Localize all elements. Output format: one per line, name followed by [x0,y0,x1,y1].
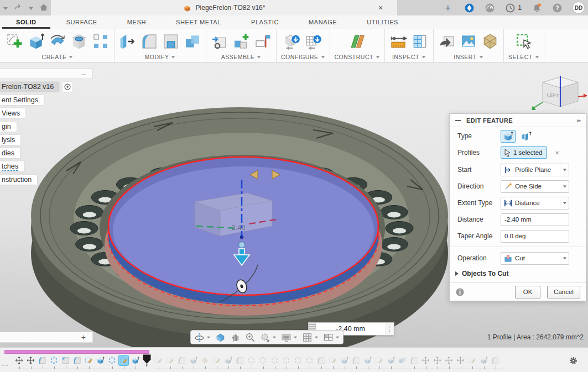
operation-dropdown[interactable]: Cut [501,252,569,265]
direction-dropdown[interactable]: One Side [501,180,569,193]
pattern[interactable] [49,355,59,365]
objects-to-cut-expander[interactable]: Objects To Cut [455,270,508,277]
start-dropdown[interactable]: Profile Plane [501,164,569,176]
extrude-one-side-button[interactable] [501,130,516,143]
toolbar-group-dropdown[interactable]: ASSEMBLE [221,54,262,60]
browser-item-label[interactable]: lysis [0,135,20,145]
browser-item[interactable]: ent Settings [0,95,72,106]
pan[interactable] [230,332,241,343]
history-clock-icon[interactable] [505,3,516,13]
redo-menu-caret-icon[interactable] [29,7,33,10]
toolbar-group-dropdown[interactable]: SELECT [508,54,539,60]
configuration-icon[interactable] [283,33,301,50]
move[interactable] [433,355,442,365]
visibility-radio-icon[interactable] [63,82,72,92]
measure-icon[interactable] [389,33,407,50]
display-settings[interactable] [281,332,298,343]
extrude[interactable] [386,355,396,365]
chamfer[interactable] [61,355,70,365]
ribbon-tab[interactable]: SURFACE [51,15,112,29]
browser-item-label[interactable]: ent Settings [0,95,44,105]
extrude-thin-button[interactable] [519,130,534,143]
shell-icon[interactable] [162,33,180,50]
sketch[interactable] [119,355,128,365]
dialog-expand-icon[interactable]: ▸▸ [577,117,580,123]
fillet[interactable] [235,355,244,365]
close-document-icon[interactable]: × [376,3,385,12]
fillet[interactable] [38,355,47,365]
browser-item[interactable]: gin [0,121,72,132]
browser-item[interactable]: lysis [0,134,72,145]
chevron-down-icon[interactable] [273,336,276,338]
pattern[interactable] [107,355,117,365]
toolbar-group-dropdown[interactable]: CONFIGURE [281,54,325,60]
sketch[interactable] [84,355,93,365]
new-document-tab-icon[interactable]: + [445,3,451,13]
pattern[interactable] [270,355,279,365]
sketch[interactable] [328,355,337,365]
fillet[interactable] [316,355,326,365]
window-zoom[interactable] [260,332,277,343]
extrude[interactable] [96,355,105,365]
chevron-down-icon[interactable] [336,336,339,338]
rectangular-pattern-icon[interactable] [92,33,110,50]
dimension-menu-icon[interactable]: ⋮ [385,323,394,335]
extrude[interactable] [340,355,349,365]
ok-button[interactable]: OK [515,286,540,298]
sketch[interactable] [467,355,477,365]
cancel-button[interactable]: Cancel [547,286,580,298]
toolbar-group-dropdown[interactable]: CONSTRUCT [335,54,380,60]
browser-item-label[interactable]: nstruction [0,175,37,185]
move[interactable] [26,355,35,365]
sketch[interactable] [165,355,175,365]
sketch[interactable] [374,355,384,365]
notifications-bell-icon[interactable] [532,3,542,13]
viewports[interactable] [323,332,340,343]
timeline-settings-gear-icon[interactable] [569,356,578,365]
pattern[interactable] [258,355,268,365]
extrude[interactable] [363,355,372,365]
hole-icon[interactable] [70,33,88,50]
ribbon-tab[interactable]: PLASTIC [236,15,294,29]
extrude-icon[interactable] [27,33,45,50]
insert-mesh-icon[interactable] [481,33,499,50]
pattern[interactable] [305,355,314,365]
pattern[interactable] [282,355,291,365]
pattern[interactable] [247,355,256,365]
toolbar-group-dropdown[interactable]: CREATE [42,54,74,60]
extensions-icon[interactable] [464,3,475,13]
timeline-overflow[interactable]: ... [2,360,9,368]
ribbon-tab[interactable]: SOLID [1,15,51,29]
help-icon[interactable]: ? [552,3,563,13]
fillet[interactable] [72,355,82,365]
look-at[interactable] [215,332,226,343]
extrude[interactable] [223,355,233,365]
clear-selection-icon[interactable]: × [555,149,559,157]
extrude[interactable] [189,355,198,365]
new-component-icon[interactable] [211,33,228,50]
chevron-down-icon[interactable] [315,336,318,338]
form[interactable] [200,355,210,365]
extrude[interactable] [479,355,488,365]
ribbon-tab[interactable]: UTILITIES [352,15,413,29]
ribbon-tab[interactable]: SHEET METAL [161,15,236,29]
distance-input[interactable]: -2.40 mm [501,213,569,226]
sketch[interactable] [154,355,163,365]
browser-item[interactable]: dies [0,148,72,159]
ribbon-tab[interactable]: MESH [112,15,161,29]
fillet[interactable] [491,355,500,365]
joint-origin-icon[interactable] [254,33,272,50]
ribbon-tab[interactable]: MANAGE [294,15,352,29]
dialog-minimize-icon[interactable] [455,120,461,121]
taper-angle-input[interactable]: 0.0 deg [501,230,569,243]
insert-derive-icon[interactable] [438,33,456,50]
job-status-icon[interactable] [485,3,495,13]
move[interactable] [456,355,465,365]
browser-item-label[interactable]: gin [0,122,17,132]
extent-type-dropdown[interactable]: Distance [501,197,569,209]
browser-add-icon[interactable]: + [81,332,86,342]
browser-item[interactable]: Frelon-TO82 v16 [0,81,72,92]
browser-item-label[interactable]: Frelon-TO82 v16 [0,82,59,92]
dialog-header[interactable]: EDIT FEATURE ▸▸ [450,114,586,127]
fillet[interactable] [409,355,419,365]
